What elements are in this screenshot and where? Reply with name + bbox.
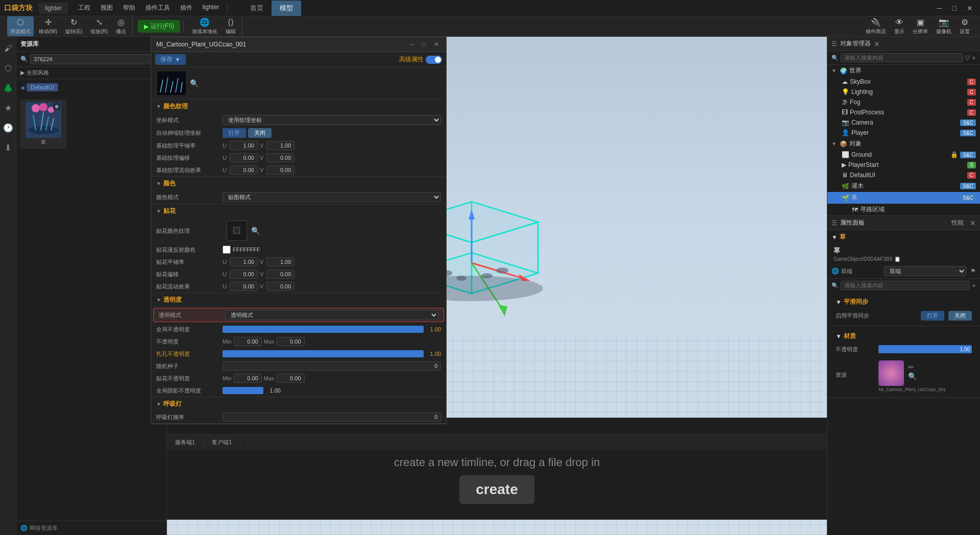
decal-color-box[interactable] xyxy=(223,246,231,254)
tool-snap[interactable]: ◎ 捕点 xyxy=(113,16,129,36)
create-timeline-btn[interactable]: create xyxy=(459,475,534,504)
filter-label[interactable]: 全部风格 xyxy=(27,69,49,77)
mat-opacity-bar[interactable]: 1.00 xyxy=(878,345,972,353)
attr-panel-perf-tab[interactable]: 性能 xyxy=(951,218,964,227)
menu-help[interactable]: 帮助 xyxy=(119,2,139,14)
tile-u-input[interactable] xyxy=(230,141,258,150)
tree-camera[interactable]: 📷 Camera S&C xyxy=(827,117,980,128)
network-bar[interactable]: 🌐 网络资源库 xyxy=(16,521,166,535)
decal-tile-v[interactable] xyxy=(266,257,295,266)
decal-search-btn[interactable]: 🔍 xyxy=(251,227,260,235)
tool-scale[interactable]: ⤡ 缩放(R) xyxy=(87,16,111,36)
run-button[interactable]: ▶ 运行(F5) xyxy=(138,20,180,33)
opacity-max-input[interactable] xyxy=(277,337,305,346)
decal-offset-u[interactable] xyxy=(230,270,258,279)
camera-button[interactable]: 📷 摄像机 xyxy=(933,16,954,36)
filter-icon[interactable]: ▽ xyxy=(965,54,970,61)
display-button[interactable]: 👁 显示 xyxy=(891,17,908,36)
decal-flow-u[interactable] xyxy=(230,282,258,291)
mat-edit-btn[interactable]: ✏ xyxy=(908,363,917,371)
settings-button[interactable]: ⚙ 设置 xyxy=(957,16,973,36)
grass-section-header[interactable]: ▼ 草 xyxy=(827,230,980,244)
transparency-header[interactable]: ▼ 透明度 xyxy=(151,293,446,307)
coord-select[interactable]: 使用纹理坐标 xyxy=(223,115,441,125)
breath-header[interactable]: ▼ 呼吸灯 xyxy=(151,397,446,411)
decal-op-max-input[interactable] xyxy=(277,374,305,383)
globalize-button[interactable]: 🌐 游戏本地化 xyxy=(189,16,220,36)
material-panel-close[interactable]: ✕ xyxy=(432,40,441,48)
tree-navmesh[interactable]: 🗺 寻路区域 xyxy=(827,204,980,215)
offset-v-input[interactable] xyxy=(266,153,295,162)
menu-project[interactable]: 工程 xyxy=(74,2,94,14)
decal-header[interactable]: ▼ 贴花 xyxy=(151,204,446,218)
menu-view[interactable]: 视图 xyxy=(96,2,117,14)
tab-model[interactable]: 模型 xyxy=(272,1,301,16)
sidebar-icon-tree[interactable]: 🌲 xyxy=(0,80,16,96)
menu-lighter[interactable]: lighter xyxy=(199,2,224,14)
advanced-switch[interactable] xyxy=(426,56,442,64)
breath-freq-input[interactable] xyxy=(223,412,441,422)
material-panel-minimize[interactable]: ─ xyxy=(407,40,416,48)
asset-search-input[interactable] xyxy=(30,54,162,64)
edit-button[interactable]: ⟨⟩ 编辑 xyxy=(223,16,239,36)
smooth-off-btn[interactable]: 关闭 xyxy=(948,311,972,321)
attr-search-input[interactable] xyxy=(841,281,970,290)
color-header[interactable]: ▼ 颜色 xyxy=(151,177,446,190)
mat-search-btn[interactable]: 🔍 xyxy=(908,372,917,380)
tree-bush[interactable]: 🌿 灌木 S&C xyxy=(827,180,980,192)
tree-playerstart[interactable]: ▶ PlayerStart S xyxy=(827,160,980,170)
tree-lighting[interactable]: 💡 Lighting C xyxy=(827,87,980,97)
texture-icon-btn[interactable]: 🔍 xyxy=(190,79,199,87)
asset-item-grass[interactable]: ⊕ 草 xyxy=(20,100,66,149)
random-seed-input[interactable] xyxy=(223,361,441,371)
decal-op-min-input[interactable] xyxy=(234,374,262,383)
zoom-icon[interactable]: ⊕ xyxy=(53,103,60,110)
material-panel-maximize[interactable]: □ xyxy=(420,40,428,48)
tool-select[interactable]: ⬡ 用选模式 xyxy=(7,16,34,36)
auto-tile-on-btn[interactable]: 打开 xyxy=(223,128,246,138)
menu-plugins-tools[interactable]: 插件工具 xyxy=(141,2,174,14)
flow-v-input[interactable] xyxy=(266,165,295,175)
copy-id-btn[interactable]: 📋 xyxy=(894,256,900,262)
attr-add-btn[interactable]: + xyxy=(972,281,976,289)
model-section-header[interactable]: ◀ DefaultUI xyxy=(20,81,162,93)
static-model-tag[interactable]: DefaultUI xyxy=(27,83,58,91)
save-dropdown[interactable]: 保存 ▼ xyxy=(155,54,186,65)
tree-grass[interactable]: 🌱 草 S&C xyxy=(827,192,980,204)
decal-flow-v[interactable] xyxy=(266,282,295,291)
menu-plugins[interactable]: 插件 xyxy=(176,2,197,14)
tree-fog[interactable]: 🌫 Fog C xyxy=(827,97,980,107)
hole-opacity-bar[interactable] xyxy=(223,350,424,357)
attr-panel-close[interactable]: ✕ xyxy=(970,219,976,227)
flow-u-input[interactable] xyxy=(230,165,258,175)
tile-v-input[interactable] xyxy=(266,141,295,150)
opacity-min-input[interactable] xyxy=(234,337,262,346)
tool-rotate[interactable]: ↻ 旋转(E) xyxy=(62,16,85,36)
tree-defaultui[interactable]: 🖥 DefaultUI C xyxy=(827,170,980,180)
minimize-button[interactable]: ─ xyxy=(934,3,945,13)
color-mode-select[interactable]: 贴图模式 xyxy=(223,192,441,202)
global-opacity-bar[interactable] xyxy=(223,326,424,333)
resolution-button[interactable]: ▣ 分辨率 xyxy=(910,16,931,36)
close-button[interactable]: ✕ xyxy=(964,3,976,13)
color-texture-header[interactable]: ▼ 颜色纹理 xyxy=(151,100,446,113)
tree-player[interactable]: 👤 Player S&C xyxy=(827,128,980,138)
tree-ground[interactable]: ⬜ Ground 🔒 S&C xyxy=(827,150,980,160)
smooth-section-header[interactable]: ▼ 平滑同步 xyxy=(831,295,976,309)
tree-world[interactable]: ▼ 🌍 世界 xyxy=(827,65,980,77)
decal-tile-u[interactable] xyxy=(230,257,258,266)
shadow-bar[interactable] xyxy=(223,387,263,394)
decal-offset-v[interactable] xyxy=(266,270,295,279)
sidebar-icon-star[interactable]: ★ xyxy=(2,100,15,116)
tab-home[interactable]: 首页 xyxy=(242,1,272,16)
obj-manager-close[interactable]: ✕ xyxy=(874,40,880,48)
offset-u-input[interactable] xyxy=(230,153,258,162)
double-sided-select[interactable]: 双端 xyxy=(884,266,966,276)
obj-search-input[interactable] xyxy=(841,53,963,62)
mat-section-header[interactable]: ▼ 材质 xyxy=(831,329,976,343)
maximize-button[interactable]: □ xyxy=(949,3,960,13)
sidebar-icon-clock[interactable]: 🕐 xyxy=(0,120,16,136)
bottom-tab-server[interactable]: 服务端1 xyxy=(167,436,204,448)
window-tab[interactable]: lighter xyxy=(39,3,68,14)
auto-tile-off-btn[interactable]: 关闭 xyxy=(248,128,272,138)
